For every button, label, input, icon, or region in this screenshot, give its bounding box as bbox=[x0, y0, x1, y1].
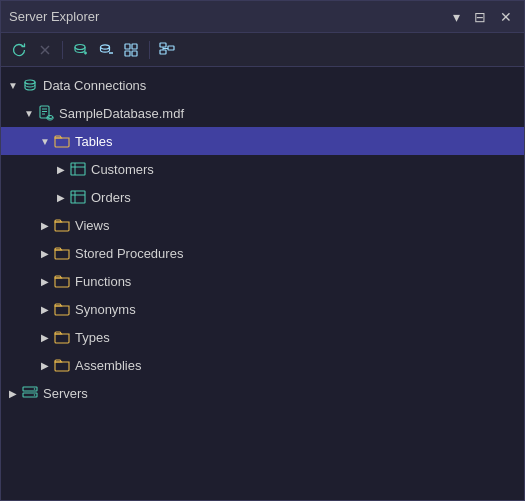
svg-rect-9 bbox=[132, 44, 137, 49]
svg-rect-11 bbox=[160, 43, 166, 47]
toolbar-separator-2 bbox=[149, 41, 150, 59]
svg-rect-26 bbox=[71, 191, 85, 203]
tree-view: Data Connections SampleDatabase.mdf bbox=[1, 67, 524, 500]
chevron-functions bbox=[37, 276, 53, 287]
tree-node-stored-procedures[interactable]: Stored Procedures bbox=[1, 239, 524, 267]
tree-node-sample-database[interactable]: SampleDatabase.mdf bbox=[1, 99, 524, 127]
tree-node-customers[interactable]: Customers bbox=[1, 155, 524, 183]
customers-label: Customers bbox=[91, 162, 154, 177]
chevron-stored-procedures bbox=[37, 248, 53, 259]
tables-label: Tables bbox=[75, 134, 113, 149]
chevron-tables bbox=[37, 136, 53, 147]
window-title: Server Explorer bbox=[9, 9, 99, 24]
functions-label: Functions bbox=[75, 274, 131, 289]
svg-point-22 bbox=[47, 116, 53, 119]
title-bar-left: Server Explorer bbox=[9, 9, 99, 24]
title-bar-right: ▾ ⊟ ✕ bbox=[449, 8, 516, 26]
tree-node-data-connections[interactable]: Data Connections bbox=[1, 71, 524, 99]
svg-point-32 bbox=[34, 394, 36, 396]
folder-stored-procedures-icon bbox=[53, 244, 71, 262]
svg-rect-10 bbox=[132, 51, 137, 56]
types-label: Types bbox=[75, 330, 110, 345]
svg-rect-8 bbox=[125, 51, 130, 56]
toolbar bbox=[1, 33, 524, 67]
svg-rect-23 bbox=[71, 163, 85, 175]
database-file-icon bbox=[37, 104, 55, 122]
assemblies-label: Assemblies bbox=[75, 358, 141, 373]
svg-rect-7 bbox=[125, 44, 130, 49]
server-explorer-window: Server Explorer ▾ ⊟ ✕ bbox=[0, 0, 525, 501]
servers-label: Servers bbox=[43, 386, 88, 401]
synonyms-label: Synonyms bbox=[75, 302, 136, 317]
folder-functions-icon bbox=[53, 272, 71, 290]
tree-node-assemblies[interactable]: Assemblies bbox=[1, 351, 524, 379]
svg-point-17 bbox=[25, 80, 35, 84]
svg-rect-12 bbox=[160, 50, 166, 54]
views-label: Views bbox=[75, 218, 109, 233]
tree-node-orders[interactable]: Orders bbox=[1, 183, 524, 211]
sample-database-label: SampleDatabase.mdf bbox=[59, 106, 184, 121]
svg-point-2 bbox=[75, 44, 85, 49]
svg-rect-13 bbox=[168, 46, 174, 50]
filter-button[interactable] bbox=[120, 39, 144, 61]
toolbar-separator-1 bbox=[62, 41, 63, 59]
chevron-data-connections bbox=[5, 80, 21, 91]
folder-assemblies-icon bbox=[53, 356, 71, 374]
chevron-synonyms bbox=[37, 304, 53, 315]
tree-node-views[interactable]: Views bbox=[1, 211, 524, 239]
database-icon bbox=[21, 76, 39, 94]
tree-node-synonyms[interactable]: Synonyms bbox=[1, 295, 524, 323]
orders-label: Orders bbox=[91, 190, 131, 205]
chevron-assemblies bbox=[37, 360, 53, 371]
chevron-servers bbox=[5, 388, 21, 399]
chevron-orders bbox=[53, 192, 69, 203]
folder-tables-icon bbox=[53, 132, 71, 150]
refresh-button[interactable] bbox=[7, 39, 31, 61]
chevron-views bbox=[37, 220, 53, 231]
data-connections-label: Data Connections bbox=[43, 78, 146, 93]
folder-synonyms-icon bbox=[53, 300, 71, 318]
tree-node-types[interactable]: Types bbox=[1, 323, 524, 351]
tree-node-servers[interactable]: Servers bbox=[1, 379, 524, 407]
tree-node-tables[interactable]: Tables bbox=[1, 127, 524, 155]
cancel-button[interactable] bbox=[33, 39, 57, 61]
pin-btn[interactable]: ⊟ bbox=[470, 8, 490, 26]
table-orders-icon bbox=[69, 188, 87, 206]
close-btn[interactable]: ✕ bbox=[496, 8, 516, 26]
disconnect-db-button[interactable] bbox=[94, 39, 118, 61]
svg-point-5 bbox=[101, 44, 110, 48]
chevron-types bbox=[37, 332, 53, 343]
chevron-sample-database bbox=[21, 108, 37, 119]
stored-procedures-label: Stored Procedures bbox=[75, 246, 183, 261]
folder-types-icon bbox=[53, 328, 71, 346]
folder-views-icon bbox=[53, 216, 71, 234]
dropdown-btn[interactable]: ▾ bbox=[449, 8, 464, 26]
diagram-button[interactable] bbox=[155, 39, 179, 61]
table-customers-icon bbox=[69, 160, 87, 178]
server-icon bbox=[21, 384, 39, 402]
svg-point-31 bbox=[34, 388, 36, 390]
title-bar: Server Explorer ▾ ⊟ ✕ bbox=[1, 1, 524, 33]
chevron-customers bbox=[53, 164, 69, 175]
tree-node-functions[interactable]: Functions bbox=[1, 267, 524, 295]
connect-db-button[interactable] bbox=[68, 39, 92, 61]
